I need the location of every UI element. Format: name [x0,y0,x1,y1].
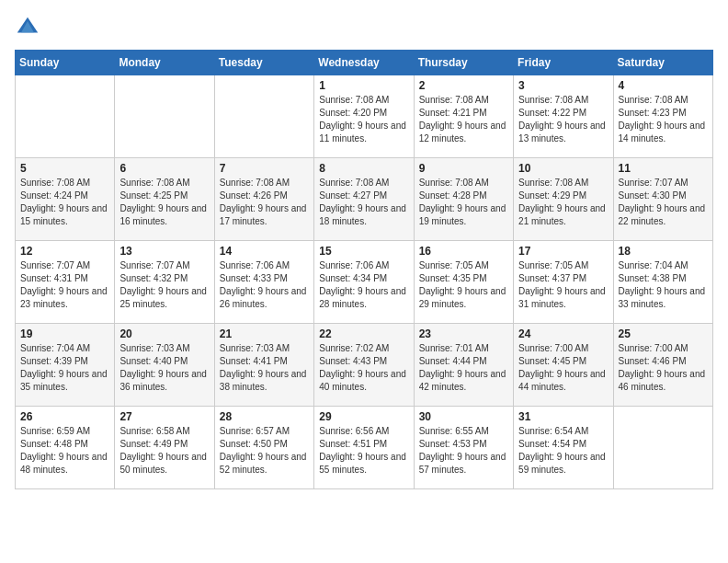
day-number: 2 [419,79,508,92]
day-info: Sunrise: 7:04 AM Sunset: 4:38 PM Dayligh… [619,259,708,311]
day-info: Sunrise: 7:08 AM Sunset: 4:25 PM Dayligh… [119,177,209,228]
logo-icon [15,15,40,40]
day-number: 21 [220,327,309,340]
day-info: Sunrise: 7:05 AM Sunset: 4:37 PM Dayligh… [518,259,608,311]
calendar-cell: 28 Sunrise: 6:57 AM Sunset: 4:50 PM Dayl… [214,407,313,489]
calendar-cell: 23 Sunrise: 7:01 AM Sunset: 4:44 PM Dayl… [414,324,513,407]
day-number: 3 [518,79,608,92]
day-info: Sunrise: 7:04 AM Sunset: 4:39 PM Dayligh… [20,342,109,394]
day-info: Sunrise: 7:00 AM Sunset: 4:45 PM Dayligh… [518,342,608,394]
day-info: Sunrise: 7:07 AM Sunset: 4:31 PM Dayligh… [20,259,109,311]
day-info: Sunrise: 6:56 AM Sunset: 4:51 PM Dayligh… [319,425,408,477]
calendar-cell [16,75,115,158]
day-number: 23 [419,327,508,340]
day-header-thursday: Thursday [414,51,513,75]
day-info: Sunrise: 7:08 AM Sunset: 4:29 PM Dayligh… [518,177,608,228]
day-number: 20 [119,327,209,340]
calendar-cell: 20 Sunrise: 7:03 AM Sunset: 4:40 PM Dayl… [115,324,214,407]
calendar-cell: 21 Sunrise: 7:03 AM Sunset: 4:41 PM Dayl… [214,324,313,407]
calendar-cell: 6 Sunrise: 7:08 AM Sunset: 4:25 PM Dayli… [115,158,214,241]
day-info: Sunrise: 7:03 AM Sunset: 4:41 PM Dayligh… [220,342,309,394]
calendar-cell: 12 Sunrise: 7:07 AM Sunset: 4:31 PM Dayl… [16,241,115,324]
day-info: Sunrise: 7:06 AM Sunset: 4:34 PM Dayligh… [319,259,408,311]
day-number: 14 [220,245,309,258]
day-header-tuesday: Tuesday [214,51,313,75]
logo [15,15,44,40]
calendar-cell: 13 Sunrise: 7:07 AM Sunset: 4:32 PM Dayl… [115,241,214,324]
calendar-cell: 4 Sunrise: 7:08 AM Sunset: 4:23 PM Dayli… [613,75,712,158]
day-number: 8 [319,162,408,175]
day-info: Sunrise: 7:08 AM Sunset: 4:20 PM Dayligh… [319,94,408,145]
day-number: 30 [419,410,508,423]
calendar-cell [115,75,214,158]
calendar-cell: 26 Sunrise: 6:59 AM Sunset: 4:48 PM Dayl… [16,407,115,489]
day-info: Sunrise: 7:08 AM Sunset: 4:21 PM Dayligh… [419,94,508,145]
day-info: Sunrise: 7:08 AM Sunset: 4:27 PM Dayligh… [319,177,408,228]
calendar-cell [613,407,712,489]
calendar-week-2: 5 Sunrise: 7:08 AM Sunset: 4:24 PM Dayli… [16,158,713,241]
day-info: Sunrise: 6:58 AM Sunset: 4:49 PM Dayligh… [119,425,209,477]
calendar-cell: 7 Sunrise: 7:08 AM Sunset: 4:26 PM Dayli… [214,158,313,241]
day-info: Sunrise: 6:57 AM Sunset: 4:50 PM Dayligh… [220,425,309,477]
day-info: Sunrise: 7:08 AM Sunset: 4:26 PM Dayligh… [220,177,309,228]
day-number: 1 [319,79,408,92]
calendar-cell: 19 Sunrise: 7:04 AM Sunset: 4:39 PM Dayl… [16,324,115,407]
calendar-cell: 16 Sunrise: 7:05 AM Sunset: 4:35 PM Dayl… [414,241,513,324]
day-number: 25 [619,327,708,340]
page-header [15,15,713,40]
calendar-cell: 22 Sunrise: 7:02 AM Sunset: 4:43 PM Dayl… [314,324,414,407]
day-info: Sunrise: 6:54 AM Sunset: 4:54 PM Dayligh… [518,425,608,477]
day-info: Sunrise: 7:00 AM Sunset: 4:46 PM Dayligh… [619,342,708,394]
day-number: 19 [20,327,109,340]
day-number: 7 [220,162,309,175]
day-info: Sunrise: 7:05 AM Sunset: 4:35 PM Dayligh… [419,259,508,311]
calendar-cell: 1 Sunrise: 7:08 AM Sunset: 4:20 PM Dayli… [314,75,414,158]
calendar-table: SundayMondayTuesdayWednesdayThursdayFrid… [15,50,713,489]
day-number: 29 [319,410,408,423]
day-number: 11 [619,162,708,175]
day-info: Sunrise: 6:55 AM Sunset: 4:53 PM Dayligh… [419,425,508,477]
day-info: Sunrise: 7:08 AM Sunset: 4:22 PM Dayligh… [518,94,608,145]
day-info: Sunrise: 7:07 AM Sunset: 4:32 PM Dayligh… [119,259,209,311]
calendar-cell: 29 Sunrise: 6:56 AM Sunset: 4:51 PM Dayl… [314,407,414,489]
calendar-cell: 25 Sunrise: 7:00 AM Sunset: 4:46 PM Dayl… [613,324,712,407]
day-number: 22 [319,327,408,340]
calendar-week-3: 12 Sunrise: 7:07 AM Sunset: 4:31 PM Dayl… [16,241,713,324]
day-number: 12 [20,245,109,258]
day-info: Sunrise: 7:03 AM Sunset: 4:40 PM Dayligh… [119,342,209,394]
day-number: 24 [518,327,608,340]
calendar-cell: 14 Sunrise: 7:06 AM Sunset: 4:33 PM Dayl… [214,241,313,324]
day-info: Sunrise: 7:08 AM Sunset: 4:28 PM Dayligh… [419,177,508,228]
calendar-cell: 17 Sunrise: 7:05 AM Sunset: 4:37 PM Dayl… [514,241,613,324]
calendar-week-5: 26 Sunrise: 6:59 AM Sunset: 4:48 PM Dayl… [16,407,713,489]
calendar-cell: 3 Sunrise: 7:08 AM Sunset: 4:22 PM Dayli… [514,75,613,158]
day-info: Sunrise: 7:08 AM Sunset: 4:24 PM Dayligh… [20,177,109,228]
day-number: 17 [518,245,608,258]
day-number: 10 [518,162,608,175]
calendar-cell: 30 Sunrise: 6:55 AM Sunset: 4:53 PM Dayl… [414,407,513,489]
day-header-friday: Friday [514,51,613,75]
day-number: 6 [119,162,209,175]
day-number: 9 [419,162,508,175]
day-info: Sunrise: 7:08 AM Sunset: 4:23 PM Dayligh… [619,94,708,145]
day-number: 26 [20,410,109,423]
day-number: 16 [419,245,508,258]
calendar-cell: 9 Sunrise: 7:08 AM Sunset: 4:28 PM Dayli… [414,158,513,241]
day-info: Sunrise: 7:02 AM Sunset: 4:43 PM Dayligh… [319,342,408,394]
calendar-cell: 27 Sunrise: 6:58 AM Sunset: 4:49 PM Dayl… [115,407,214,489]
day-number: 15 [319,245,408,258]
day-info: Sunrise: 6:59 AM Sunset: 4:48 PM Dayligh… [20,425,109,477]
day-header-saturday: Saturday [613,51,712,75]
day-info: Sunrise: 7:07 AM Sunset: 4:30 PM Dayligh… [619,177,708,228]
day-info: Sunrise: 7:01 AM Sunset: 4:44 PM Dayligh… [419,342,508,394]
day-number: 31 [518,410,608,423]
day-info: Sunrise: 7:06 AM Sunset: 4:33 PM Dayligh… [220,259,309,311]
day-header-monday: Monday [115,51,214,75]
day-number: 18 [619,245,708,258]
calendar-cell: 5 Sunrise: 7:08 AM Sunset: 4:24 PM Dayli… [16,158,115,241]
calendar-cell: 2 Sunrise: 7:08 AM Sunset: 4:21 PM Dayli… [414,75,513,158]
calendar-week-1: 1 Sunrise: 7:08 AM Sunset: 4:20 PM Dayli… [16,75,713,158]
calendar-header-row: SundayMondayTuesdayWednesdayThursdayFrid… [16,51,713,75]
calendar-cell: 15 Sunrise: 7:06 AM Sunset: 4:34 PM Dayl… [314,241,414,324]
day-number: 27 [119,410,209,423]
